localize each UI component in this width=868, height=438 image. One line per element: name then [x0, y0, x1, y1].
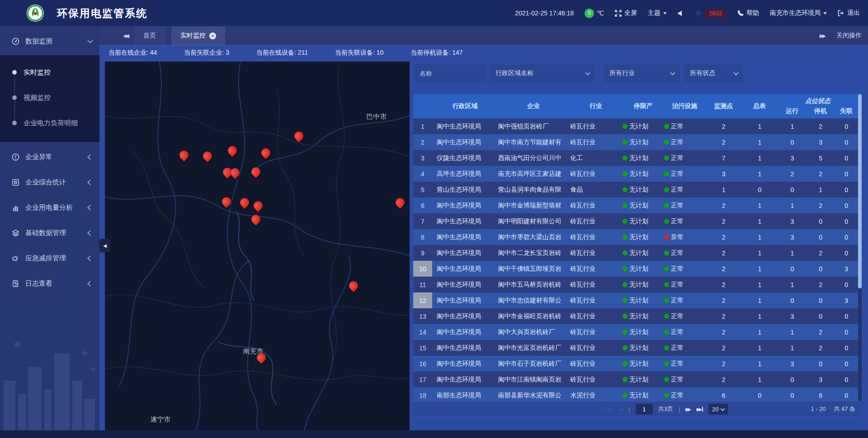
logout-button[interactable]: 退出: [838, 9, 860, 17]
stat-value: 147: [452, 49, 462, 56]
cell-facility: 正常: [664, 261, 706, 277]
cell-region: 南部生态环境局: [432, 387, 498, 401]
cell-facility-label: 正常: [671, 376, 684, 384]
table-row[interactable]: 11阆中生态环境局阆中市五马桥页岩机砖砖瓦行业无计划正常21120: [413, 277, 858, 292]
table-row[interactable]: 5营山生态环境局营山县润丰肉食品有限食品无计划正常10010: [413, 182, 858, 198]
cell-meters: 1: [742, 118, 778, 134]
sidebar-item-company-abnormal[interactable]: 企业异常: [0, 146, 99, 167]
table-row[interactable]: 9阆中生态环境局阆中市二龙长宝页岩砖砖瓦行业无计划正常21120: [413, 245, 858, 261]
cell-company: 阆中市石子页岩机砖厂: [498, 356, 570, 372]
table-row[interactable]: 3仪陇生态环境局西南油气田分公司川中化工无计划正常71350: [413, 150, 858, 166]
cell-lost: 0: [835, 118, 858, 134]
map-canvas[interactable]: 巴中市南充市遂宁市: [105, 61, 410, 432]
sidebar-item-logs[interactable]: 日志查看: [0, 273, 99, 294]
cell-region: 阆中生态环境局: [432, 213, 498, 229]
sidebar-item-data-monitor[interactable]: 数据监测: [0, 31, 99, 52]
cell-company: 阆中市江南镇阆南页岩: [498, 372, 570, 387]
cell-run: 0: [778, 387, 807, 401]
table-row[interactable]: 7阆中生态环境局阆中明阳建材有限公司砖瓦行业无计划正常21300: [413, 213, 858, 229]
sidebar-item-base-data[interactable]: 基础数据管理: [0, 222, 99, 243]
chevron-down-icon: [720, 406, 725, 411]
first-page-button[interactable]: ◀◀: [605, 407, 612, 412]
notifications[interactable]: 2632: [695, 9, 726, 18]
prev-page-button[interactable]: ◀◀: [618, 407, 623, 412]
cell-facility-label: 正常: [671, 186, 684, 194]
sidebar-item-label: 日志查看: [25, 279, 88, 288]
sidebar-item-company-stats[interactable]: 企业综合统计: [0, 172, 99, 193]
tab-实时监控[interactable]: 实时监控✕: [171, 26, 225, 45]
name-filter-field[interactable]: [413, 64, 486, 82]
cell-limit-label: 无计划: [629, 297, 648, 305]
sidebar-item-power-analysis[interactable]: 企业用电量分析: [0, 197, 99, 218]
fullscreen-button[interactable]: 全屏: [615, 9, 637, 17]
table-row[interactable]: 12阆中生态环境局阆中市忠信建材有限公砖瓦行业无计划正常21003: [413, 292, 858, 308]
mute-button[interactable]: [678, 10, 684, 16]
industry-filter-select[interactable]: 所有行业: [604, 64, 680, 82]
name-filter-input[interactable]: [419, 69, 480, 77]
cell-points: 3: [706, 166, 742, 182]
status-dot-red: [664, 235, 669, 240]
region-filter-select[interactable]: 行政区域名称: [490, 64, 595, 82]
sidebar-item-emergency[interactable]: 应急减排管理: [0, 248, 99, 268]
page-size-select[interactable]: 20: [708, 404, 727, 414]
status-filter-select[interactable]: 所有状态: [684, 64, 743, 82]
cell-region: 高坪生态环境局: [432, 166, 498, 182]
table-row[interactable]: 2阆中生态环境局阆中市南方节能建材有砖瓦行业无计划正常21030: [413, 134, 858, 150]
tabs-scroll-right-icon[interactable]: ▶▶: [820, 33, 825, 39]
cell-facility-label: 正常: [671, 328, 684, 336]
page-number-input[interactable]: 1: [636, 404, 653, 414]
row-index: 13: [413, 308, 432, 324]
total-pages-label: 共3页: [658, 405, 673, 413]
cell-limit-label: 无计划: [629, 202, 648, 210]
last-page-button[interactable]: ▶▶: [697, 407, 703, 412]
cell-limit: 无计划: [623, 166, 664, 182]
table-row[interactable]: 16阆中生态环境局阆中市石子页岩机砖厂砖瓦行业无计划正常21300: [413, 356, 858, 372]
cell-meters: 1: [742, 292, 778, 308]
cell-facility-label: 正常: [671, 202, 684, 210]
table-row[interactable]: 10阆中生态环境局阆中千佛镇五郎垭页岩砖瓦行业无计划正常21003: [413, 261, 858, 277]
tab-首页[interactable]: 首页: [134, 26, 165, 45]
org-dropdown[interactable]: 南充市生态环境局: [770, 9, 827, 17]
table-row[interactable]: 6阆中生态环境局阆中市金博瑞新型墙材砖瓦行业无计划正常21120: [413, 198, 858, 213]
row-index: 17: [413, 372, 432, 387]
cell-limit: 无计划: [623, 324, 664, 340]
next-page-button[interactable]: ▶▶: [685, 407, 691, 412]
cell-facility: 正常: [664, 213, 706, 229]
cell-points: 7: [706, 150, 742, 166]
cell-company: 营山县润丰肉食品有限: [498, 182, 570, 198]
cell-facility: 正常: [664, 340, 706, 356]
table-row[interactable]: 1阆中生态环境局阆中强锐页岩砖厂砖瓦行业无计划正常21120: [413, 118, 858, 134]
chevron-down-icon: [823, 12, 827, 14]
row-index: 3: [413, 150, 432, 166]
table-row[interactable]: 18南部生态环境局南部县新华水泥有限公水泥行业无计划正常60060: [413, 387, 858, 401]
chevron-down-icon: [585, 70, 590, 75]
cell-points: 2: [706, 229, 742, 245]
chevron-down-icon: [733, 70, 738, 75]
close-operations-dropdown[interactable]: 关闭操作: [836, 32, 862, 40]
col-header-point-status-group: 点位状态 运行 停机 失联: [778, 94, 858, 118]
cell-stop: 0: [807, 213, 835, 229]
tabs-scroll-left-icon[interactable]: ◀◀: [123, 33, 128, 39]
sidebar-subitem-企业电力负荷明细[interactable]: 企业电力负荷明细: [0, 110, 99, 136]
table-scrollbar-thumb[interactable]: [858, 94, 862, 288]
sidebar-subitem-实时监控[interactable]: 实时监控: [0, 60, 99, 85]
sidebar-collapse-button[interactable]: ◀: [99, 239, 110, 252]
table-row[interactable]: 13阆中生态环境局阆中市金福旺页岩机砖砖瓦行业无计划正常21300: [413, 308, 858, 324]
chevron-down-icon: [87, 38, 93, 43]
table-row[interactable]: 17阆中生态环境局阆中市江南镇阆南页岩砖瓦行业无计划正常21030: [413, 372, 858, 387]
help-button[interactable]: 帮助: [737, 9, 759, 17]
tab-close-icon[interactable]: ✕: [209, 33, 216, 39]
table-row[interactable]: 8阆中生态环境局阆中市枣碧大梁山页岩砖瓦行业无计划异常21300: [413, 229, 858, 245]
table-row[interactable]: 14阆中生态环境局阆中大兴页岩机砖厂砖瓦行业无计划正常21120: [413, 324, 858, 340]
table-row[interactable]: 4高坪生态环境局南充市高坪区王家店建砖瓦行业无计划正常31220: [413, 166, 858, 182]
cell-company: 阆中明阳建材有限公司: [498, 213, 570, 229]
cell-facility-label: 正常: [671, 312, 684, 320]
cell-limit-label: 无计划: [629, 391, 648, 400]
pagination-bar: ◀◀ ◀◀ | 1 共3页 | ▶▶ ▶▶ 20 1 - 20 共 47 条: [413, 401, 862, 417]
cell-company: 南充市高坪区王家店建: [498, 166, 570, 182]
table-row[interactable]: 15阆中生态环境局阆中市光富页岩机砖厂砖瓦行业无计划正常21120: [413, 340, 858, 356]
stat-label: 当前在线设备:: [256, 49, 298, 56]
cell-facility-label: 正常: [671, 249, 684, 257]
theme-dropdown[interactable]: 主题: [648, 9, 667, 17]
sidebar-subitem-视频监控[interactable]: 视频监控: [0, 85, 99, 110]
